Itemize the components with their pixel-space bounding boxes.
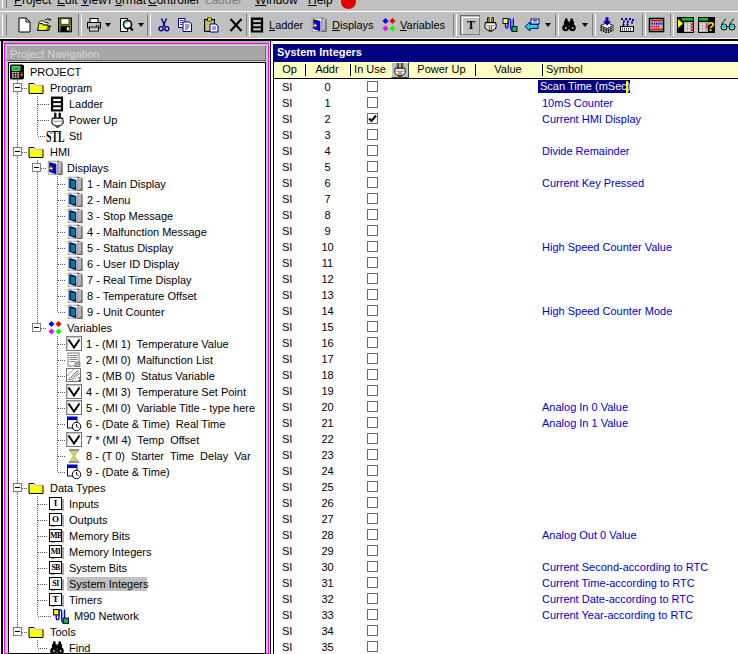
svg-text:?: ? bbox=[707, 19, 715, 34]
svg-text:STL: STL bbox=[46, 128, 65, 144]
svg-text:H: H bbox=[489, 25, 493, 31]
svg-text:H: H bbox=[398, 70, 402, 76]
